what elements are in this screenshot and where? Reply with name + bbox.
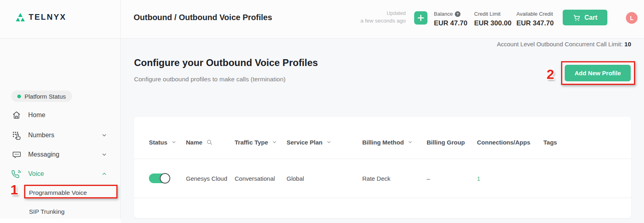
telnyx-portal: TELNYX Outbound / Outbound Voice Profile… [0, 0, 644, 223]
search-icon[interactable] [206, 139, 213, 146]
sidebar-divider [120, 0, 121, 219]
billing-group-header-label: Billing Group [427, 139, 465, 146]
sidebar-voice-label: Voice [28, 170, 44, 178]
connections-apps-cell[interactable]: 1 [477, 175, 543, 182]
filter-chevron-icon[interactable] [326, 139, 332, 145]
sidebar-messaging-label: Messaging [28, 151, 59, 158]
chevron-down-icon [101, 132, 107, 138]
connections-apps-header-label: Connections/Apps [477, 139, 530, 146]
delete-button[interactable] [591, 174, 600, 183]
account-call-limit: Account Level Outbound Concurrent Call L… [497, 41, 631, 47]
annotation-number-step1: 1 [10, 182, 18, 198]
brand-name: TELNYX [29, 12, 66, 22]
sidebar-item-voice[interactable]: Voice [0, 167, 120, 181]
toggle-knob [160, 173, 170, 184]
credit-limit-label: Credit Limit [474, 11, 501, 17]
filter-chevron-icon[interactable] [407, 139, 413, 145]
balance-help-icon[interactable]: ? [455, 11, 460, 17]
chevron-up-icon [101, 171, 107, 177]
billing-method-cell: Rate Deck [362, 175, 427, 182]
call-limit-label: Account Level Outbound Concurrent Call L… [497, 41, 624, 47]
row-actions [576, 174, 634, 183]
tags-header-label: Tags [543, 139, 557, 146]
breadcrumb: Outbound / Outbound Voice Profiles [134, 13, 272, 22]
annotation-number-step2: 2 [547, 66, 554, 82]
add-funds-button[interactable] [414, 11, 427, 25]
home-icon [11, 110, 22, 120]
telnyx-logo[interactable]: TELNYX [14, 12, 66, 22]
sidebar-item-sip-trunking[interactable]: SIP Trunking [29, 208, 64, 215]
sidebar-home-label: Home [28, 112, 45, 119]
sidebar-item-numbers[interactable]: Numbers [0, 128, 120, 142]
phone-voice-icon [11, 169, 22, 179]
sidebar-numbers-label: Numbers [28, 132, 54, 139]
column-service-plan[interactable]: Service Plan [287, 139, 362, 146]
available-credit-label: Available Credit [516, 11, 553, 17]
column-traffic-type[interactable]: Traffic Type [235, 139, 287, 146]
credit-limit-stat: Credit Limit EUR 300.00 [474, 11, 512, 27]
cart-button[interactable]: Cart [563, 10, 607, 25]
filter-chevron-icon[interactable] [171, 139, 177, 145]
service-plan-cell: Global [287, 175, 362, 182]
status-cell [149, 173, 186, 183]
avatar-initial: L [630, 15, 634, 21]
sidebar-item-home[interactable]: Home [0, 108, 120, 122]
telnyx-triangle-icon [14, 13, 26, 22]
column-status[interactable]: Status [149, 139, 186, 146]
credit-limit-value: EUR 300.00 [474, 19, 512, 27]
status-header-label: Status [149, 139, 167, 146]
column-billing-group: Billing Group [427, 139, 477, 146]
user-avatar[interactable]: L [626, 12, 638, 24]
sidebar-item-programmable-voice[interactable]: Programmable Voice [29, 189, 87, 196]
plus-icon [417, 14, 424, 21]
column-name[interactable]: Name [186, 139, 235, 146]
filter-chevron-icon[interactable] [272, 139, 277, 145]
edit-button[interactable] [576, 174, 584, 183]
column-tags: Tags [543, 139, 576, 146]
updated-label: Updated [360, 10, 406, 16]
available-credit-value: EUR 347.70 [516, 19, 554, 27]
status-dot-icon [17, 95, 21, 98]
updated-time: a few seconds ago [360, 18, 406, 24]
page-title: Configure your Outbound Voice Profiles [134, 57, 318, 68]
column-connections-apps: Connections/Apps [477, 139, 543, 146]
balance-updated-status: Updated a few seconds ago [360, 10, 406, 24]
billing-method-header-label: Billing Method [362, 139, 404, 146]
cart-label: Cart [584, 14, 597, 21]
chat-bubble-icon [11, 150, 22, 159]
traffic-type-cell: Conversational [235, 175, 287, 182]
table-header-row: Status Name Traffic Type Service Plan [134, 117, 631, 159]
name-cell[interactable]: Genesys Cloud [186, 175, 235, 182]
name-header-label: Name [186, 139, 202, 146]
call-limit-value: 10 [624, 41, 631, 47]
platform-status-pill[interactable]: Platform Status [11, 91, 72, 102]
platform-status-label: Platform Status [25, 93, 66, 100]
service-plan-header-label: Service Plan [287, 139, 322, 146]
balance-value: EUR 47.70 [434, 19, 467, 27]
add-profile-label: Add New Profile [574, 70, 621, 76]
billing-group-cell: – [427, 175, 477, 182]
traffic-type-header-label: Traffic Type [235, 139, 268, 146]
chevron-down-icon [101, 151, 107, 158]
balance-stat: Balance ? EUR 47.70 [434, 11, 467, 27]
profiles-table-card: Status Name Traffic Type Service Plan [134, 117, 631, 218]
available-credit-stat: Available Credit EUR 347.70 [516, 11, 554, 27]
add-new-profile-button[interactable]: Add New Profile [565, 65, 631, 81]
cart-icon [573, 14, 581, 22]
table-row: Genesys Cloud Conversational Global Rate… [134, 159, 631, 198]
column-billing-method[interactable]: Billing Method [362, 139, 427, 146]
balance-label: Balance [434, 11, 453, 17]
dialpad-hand-icon [11, 130, 22, 140]
profile-enabled-toggle[interactable] [149, 173, 170, 183]
page-subtitle: Configure outbound profiles to make call… [134, 76, 286, 83]
sidebar-item-messaging[interactable]: Messaging [0, 148, 120, 161]
top-header: TELNYX Outbound / Outbound Voice Profile… [0, 0, 644, 38]
